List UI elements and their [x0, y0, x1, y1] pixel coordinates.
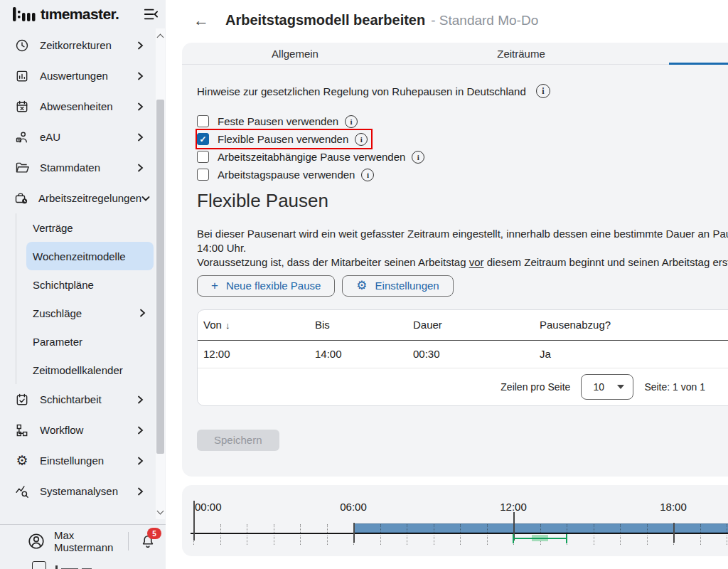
sidebar-item-schichtplaene[interactable]: Schichtpläne: [26, 270, 154, 299]
sidebar-item-einstellungen[interactable]: ⚙ Einstellungen: [0, 445, 166, 476]
sidebar-item-zuschlaege[interactable]: Zuschläge: [26, 299, 154, 327]
column-header-pausenabzug[interactable]: Pausenabzug?: [540, 319, 728, 331]
chevron-right-icon: [136, 487, 144, 496]
sidebar-item-label: Systemanalysen: [40, 485, 118, 497]
sidebar-item-zeitmodellkalender[interactable]: Zeitmodellkalender: [26, 356, 154, 384]
scroll-up-icon[interactable]: [157, 33, 164, 38]
table-header: Von↓ Bis Dauer Pausenabzug?: [198, 310, 728, 341]
chevron-right-icon: [136, 426, 144, 435]
chevron-right-icon: [136, 164, 144, 172]
back-arrow-icon[interactable]: ←: [193, 13, 209, 28]
checkbox-row-flexible-pausen[interactable]: ✓ Flexible Pausen verwenden i: [197, 130, 371, 148]
tab-bar: Allgemein Zeiträume Pausen: [182, 43, 728, 65]
calendar-x-icon: [14, 100, 30, 114]
checkbox-row-feste-pausen[interactable]: Feste Pausen verwenden i: [197, 112, 361, 130]
sidebar-scrollbar[interactable]: [156, 28, 165, 519]
column-header-dauer[interactable]: Dauer: [413, 319, 540, 331]
info-icon[interactable]: i: [361, 169, 374, 181]
sidebar-item-parameter[interactable]: Parameter: [26, 327, 154, 356]
settings-card: Allgemein Zeiträume Pausen Hinweise zur …: [182, 43, 728, 477]
chevron-right-icon: [136, 395, 144, 404]
table-pagination: Zeilen pro Seite 10 Seite: 1 von 1: [198, 368, 728, 405]
hour-tick: [247, 536, 247, 545]
checkbox-unchecked[interactable]: [197, 169, 209, 181]
sidebar-item-eau[interactable]: eAU: [0, 122, 166, 152]
sidebar-item-wochenzeitmodelle[interactable]: Wochenzeitmodelle: [26, 242, 154, 270]
scrollbar-thumb[interactable]: [156, 100, 164, 454]
sidebar-item-label: Workflow: [40, 424, 83, 436]
info-icon[interactable]: i: [355, 133, 368, 146]
notifications-bell-icon[interactable]: 5: [140, 533, 156, 550]
hour-tick: [460, 524, 461, 533]
table-row[interactable]: 12:00 14:00 00:30 Ja: [198, 341, 728, 368]
sidebar-item-schichtarbeit[interactable]: Schichtarbeit: [0, 384, 166, 415]
sidebar-item-abwesenheiten[interactable]: Abwesenheiten: [0, 91, 166, 122]
sort-desc-icon: ↓: [225, 320, 230, 331]
tab-zeitraeume[interactable]: Zeiträume: [408, 43, 634, 64]
page-info: Seite: 1 von 1: [644, 381, 705, 393]
info-icon[interactable]: i: [536, 84, 550, 98]
hour-tick: [434, 524, 434, 533]
tab-pausen[interactable]: Pausen: [634, 43, 728, 64]
pause-table: Von↓ Bis Dauer Pausenabzug? 12:00 14:00 …: [197, 309, 728, 406]
sidebar-item-zeitkorrekturen[interactable]: Zeitkorrekturen: [0, 30, 166, 60]
column-header-bis[interactable]: Bis: [315, 319, 413, 331]
sidebar-item-label: eAU: [40, 131, 60, 143]
cell-pausenabzug: Ja: [540, 348, 728, 360]
clipped-item-icon: [32, 561, 46, 569]
hour-tick: [594, 524, 594, 533]
sidebar-item-systemanalysen[interactable]: Systemanalysen: [0, 476, 166, 506]
chevron-right-icon: [136, 457, 144, 465]
person-document-icon: [14, 130, 30, 144]
column-header-von[interactable]: Von↓: [203, 319, 315, 331]
time-label-0000: 00:00: [195, 501, 222, 513]
hour-tick: [380, 524, 381, 533]
gear-icon: ⚙: [356, 280, 367, 292]
sidebar-item-arbeitszeitregelungen[interactable]: Arbeitszeitregelungen: [0, 183, 166, 213]
checkbox-unchecked[interactable]: [197, 151, 209, 163]
sidebar-item-label: Zuschläge: [33, 307, 82, 319]
section-heading: Flexible Pausen: [197, 190, 728, 211]
chevron-right-icon: [136, 102, 144, 111]
sidebar-item-vertraege[interactable]: Verträge: [26, 213, 154, 242]
legal-hint-row: Hinweise zur gesetzlichen Regelung von R…: [197, 84, 728, 98]
checkbox-row-arbeitszeitabhaengige-pause[interactable]: Arbeitszeitabhängige Pause verwenden i: [197, 148, 428, 166]
sidebar-item-stammdaten[interactable]: Stammdaten: [0, 152, 166, 183]
cell-bis: 14:00: [315, 348, 413, 360]
major-gridline-0000: [193, 501, 195, 541]
sidebar-submenu-arbeitszeitregelungen: Verträge Wochenzeitmodelle Schichtpläne …: [16, 213, 166, 384]
major-gridline-0600: [353, 523, 355, 543]
hour-tick: [327, 524, 328, 533]
sidebar-item-auswertungen[interactable]: Auswertungen: [0, 60, 166, 91]
checkbox-row-arbeitstagspause[interactable]: Arbeitstagspause verwenden i: [197, 166, 378, 184]
scroll-down-icon[interactable]: [157, 509, 164, 515]
sidebar: tımemaster. Zeitkorrekturen Auswertungen: [0, 0, 166, 569]
rows-per-page-select[interactable]: 10: [581, 374, 633, 400]
user-avatar-icon: [27, 532, 46, 551]
main-content: ← Arbeitstagsmodell bearbeiten - Standar…: [182, 0, 728, 569]
time-label-0600: 06:00: [340, 501, 367, 513]
sidebar-item-label: Zeitkorrekturen: [40, 39, 112, 51]
sidebar-item-workflow[interactable]: Workflow: [0, 415, 166, 445]
new-flexible-pause-button[interactable]: + Neue flexible Pause: [197, 275, 335, 297]
user-row[interactable]: Max Mustermann 5: [0, 527, 166, 555]
checkbox-checked[interactable]: ✓: [197, 133, 209, 145]
sidebar-divider: [0, 524, 166, 525]
sidebar-item-label: Parameter: [33, 336, 82, 348]
sidebar-item-clipped[interactable]: [32, 561, 92, 569]
hour-tick: [594, 536, 594, 545]
gear-icon: ⚙: [14, 454, 30, 467]
sidebar-item-label: Verträge: [33, 222, 73, 234]
save-button[interactable]: Speichern: [197, 430, 279, 451]
hour-tick: [327, 536, 328, 545]
checkbox-unchecked[interactable]: [197, 115, 209, 127]
tab-allgemein[interactable]: Allgemein: [182, 43, 408, 64]
sidebar-collapse-icon[interactable]: [143, 7, 159, 21]
info-icon[interactable]: i: [412, 151, 424, 164]
info-icon[interactable]: i: [345, 115, 358, 128]
hour-tick: [620, 524, 621, 533]
divider: [128, 532, 129, 551]
analytics-search-icon: [14, 484, 30, 499]
settings-button[interactable]: ⚙ Einstellungen: [342, 275, 453, 297]
hour-tick: [700, 524, 701, 533]
